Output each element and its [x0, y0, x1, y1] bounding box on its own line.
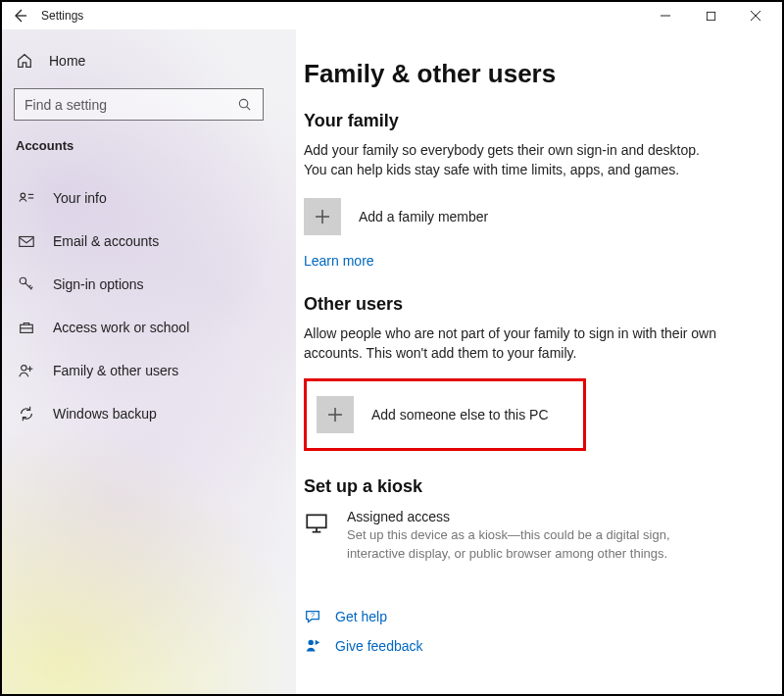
- main-panel: Family & other users Your family Add you…: [296, 29, 782, 694]
- family-header: Your family: [304, 111, 753, 131]
- svg-rect-1: [707, 12, 714, 20]
- add-other-user-label: Add someone else to this PC: [371, 407, 549, 423]
- plus-icon: [304, 198, 341, 235]
- chat-help-icon: ?: [304, 608, 321, 625]
- page-title: Family & other users: [304, 59, 753, 89]
- home-label: Home: [49, 53, 85, 69]
- back-icon[interactable]: [12, 8, 27, 24]
- feedback-icon: [304, 637, 321, 655]
- minimize-button[interactable]: [643, 3, 688, 28]
- sidebar-item-label: Email & accounts: [53, 233, 159, 249]
- svg-point-10: [20, 277, 25, 283]
- sidebar-item-signin[interactable]: Sign-in options: [2, 263, 296, 306]
- highlight-annotation: Add someone else to this PC: [304, 378, 586, 451]
- content-area: Home Accounts Your info: [2, 29, 782, 694]
- home-button[interactable]: Home: [2, 41, 296, 80]
- kiosk-description: Set up this device as a kiosk—this could…: [347, 526, 719, 562]
- svg-text:?: ?: [311, 611, 315, 620]
- other-users-description: Allow people who are not part of your fa…: [304, 324, 725, 363]
- close-button[interactable]: [733, 3, 778, 28]
- window-controls: [643, 3, 778, 28]
- person-add-icon: [18, 362, 35, 379]
- search-input[interactable]: [24, 97, 237, 113]
- svg-point-24: [309, 639, 314, 644]
- sidebar-item-email[interactable]: Email & accounts: [2, 220, 296, 263]
- sidebar-item-label: Windows backup: [53, 406, 157, 422]
- other-users-header: Other users: [304, 294, 753, 315]
- titlebar: Settings: [2, 2, 782, 29]
- titlebar-left: Settings: [12, 8, 83, 24]
- mail-icon: [18, 232, 35, 250]
- search-icon: [237, 97, 253, 113]
- assigned-access-button[interactable]: Assigned access Set up this device as a …: [304, 509, 753, 562]
- kiosk-title: Assigned access: [347, 509, 719, 524]
- key-icon: [18, 275, 35, 293]
- sidebar-item-label: Access work or school: [53, 320, 189, 335]
- svg-rect-9: [20, 237, 33, 247]
- add-other-user-button[interactable]: Add someone else to this PC: [317, 393, 573, 436]
- add-family-label: Add a family member: [359, 209, 488, 224]
- sidebar-item-work-school[interactable]: Access work or school: [2, 306, 296, 349]
- sidebar-item-label: Sign-in options: [53, 276, 144, 292]
- family-description: Add your family so everybody gets their …: [304, 141, 725, 179]
- sidebar-item-backup[interactable]: Windows backup: [2, 392, 296, 435]
- sidebar-section-title: Accounts: [2, 134, 296, 163]
- person-card-icon: [18, 189, 35, 207]
- plus-icon: [317, 396, 354, 433]
- search-container: [2, 80, 296, 134]
- give-feedback-label: Give feedback: [335, 638, 423, 654]
- sidebar-item-family[interactable]: Family & other users: [2, 349, 296, 392]
- sync-icon: [18, 405, 35, 423]
- add-family-member-button[interactable]: Add a family member: [304, 195, 753, 238]
- briefcase-icon: [18, 319, 35, 336]
- maximize-button[interactable]: [688, 3, 733, 28]
- learn-more-link[interactable]: Learn more: [304, 253, 374, 269]
- kiosk-header: Set up a kiosk: [304, 476, 753, 497]
- svg-point-4: [239, 99, 247, 107]
- svg-point-13: [22, 366, 26, 371]
- sidebar-nav: Your info Email & accounts Sign-in optio…: [2, 176, 296, 435]
- sidebar-item-label: Your info: [53, 190, 107, 206]
- svg-point-6: [21, 193, 25, 198]
- sidebar-item-label: Family & other users: [53, 363, 178, 378]
- sidebar: Home Accounts Your info: [2, 29, 296, 694]
- window-frame: Settings Home: [0, 0, 784, 696]
- svg-rect-20: [307, 516, 326, 528]
- get-help-label: Get help: [335, 609, 387, 624]
- monitor-icon: [304, 511, 329, 536]
- window-title: Settings: [41, 9, 83, 23]
- get-help-link[interactable]: ? Get help: [304, 602, 753, 631]
- give-feedback-link[interactable]: Give feedback: [304, 631, 753, 661]
- kiosk-text: Assigned access Set up this device as a …: [347, 509, 719, 562]
- sidebar-item-your-info[interactable]: Your info: [2, 176, 296, 220]
- home-icon: [16, 52, 33, 70]
- svg-line-5: [247, 106, 250, 109]
- search-box[interactable]: [14, 88, 264, 121]
